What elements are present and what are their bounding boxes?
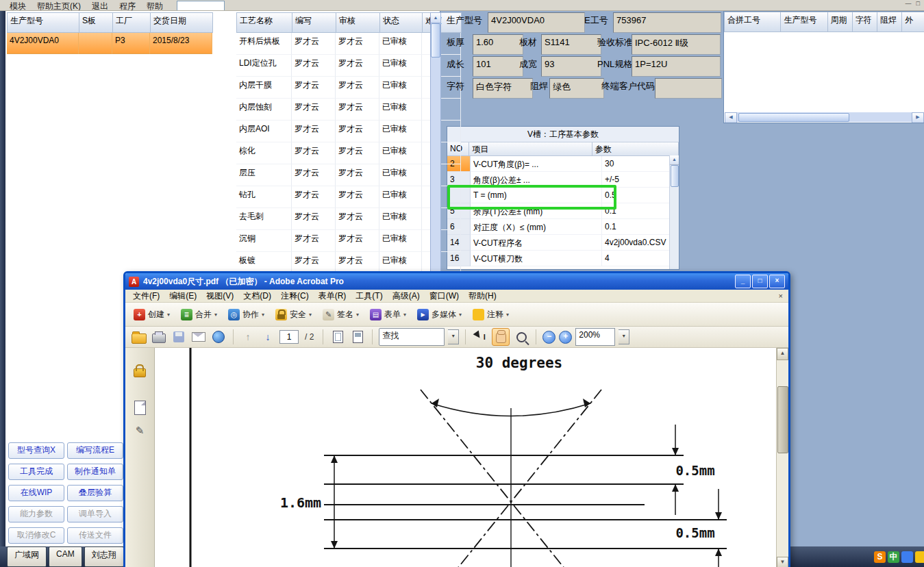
- scrollbar-thumb[interactable]: [777, 386, 788, 453]
- action-button[interactable]: 制作通知单: [67, 464, 123, 480]
- find-dropdown-icon[interactable]: ▾: [448, 329, 459, 344]
- acrobat-menu-item[interactable]: 表单(R): [314, 290, 351, 302]
- pdf-task-comment-button[interactable]: 注释▾: [473, 309, 509, 320]
- ime-icon[interactable]: 中: [888, 551, 899, 563]
- find-input[interactable]: 查找: [379, 328, 445, 346]
- vcut-row[interactable]: 6对正度（X）≤ (mm)0.1: [447, 219, 679, 235]
- orders-row[interactable]: 4V2J00VDA0P32015/8/23: [7, 33, 213, 54]
- pdf-page[interactable]: 30 degrees 1.6mm 0.5mm 0.5mm: [155, 348, 776, 567]
- scroll-down-icon[interactable]: ▼: [777, 557, 788, 567]
- process-row[interactable]: 沉铜罗才云罗才云已审核: [236, 230, 462, 252]
- pdf-task-forms-button[interactable]: ▤表单▾: [370, 309, 406, 320]
- email-button[interactable]: [190, 329, 207, 345]
- close-button[interactable]: ×: [769, 275, 785, 288]
- open-file-button[interactable]: [131, 329, 147, 345]
- scroll-up-icon[interactable]: ▲: [670, 155, 679, 165]
- action-button[interactable]: 叠层验算: [67, 485, 123, 501]
- upload-button[interactable]: [210, 329, 227, 345]
- marquee-zoom-button[interactable]: [513, 329, 529, 345]
- acrobat-titlebar[interactable]: A 4v2j00vda0尺寸.pdf （已加密） - Adobe Acrobat…: [125, 273, 788, 290]
- acrobat-menu-item[interactable]: 视图(V): [201, 290, 238, 302]
- maximize-button[interactable]: □: [752, 275, 768, 288]
- main-menu-item[interactable]: 帮助: [141, 0, 168, 11]
- security-settings-button[interactable]: [131, 362, 149, 379]
- main-menu-item[interactable]: 程序: [114, 0, 141, 11]
- bottom-tab[interactable]: 刘志翔: [84, 546, 124, 567]
- signatures-panel-button[interactable]: ✎: [131, 422, 149, 440]
- process-row[interactable]: 层压罗才云罗才云已审核: [236, 164, 462, 186]
- scrollbar-thumb[interactable]: [431, 23, 440, 58]
- ime-icon[interactable]: [901, 551, 913, 563]
- process-row[interactable]: 棕化罗才云罗才云已审核: [236, 142, 462, 164]
- acrobat-menu-item[interactable]: 高级(A): [388, 290, 425, 302]
- acrobat-window[interactable]: A 4v2j00vda0尺寸.pdf （已加密） - Adobe Acrobat…: [123, 271, 790, 567]
- vcut-row[interactable]: 2V-CUT角度(β)= ...30: [447, 156, 679, 172]
- page-number-input[interactable]: [279, 330, 299, 344]
- bottom-tab[interactable]: 广域网: [7, 546, 47, 567]
- print-button[interactable]: [151, 329, 167, 345]
- action-button[interactable]: 编写流程E: [67, 442, 123, 459]
- acrobat-menu-item[interactable]: 注释(C): [276, 290, 314, 302]
- action-button[interactable]: 在线WIP: [8, 485, 64, 501]
- zoom-in-button[interactable]: +: [559, 331, 572, 344]
- scroll-up-icon[interactable]: ▲: [431, 13, 440, 23]
- e-number-field[interactable]: 753967: [613, 12, 721, 33]
- acrobat-menu-item[interactable]: 编辑(E): [164, 290, 201, 302]
- process-row[interactable]: 内层干膜罗才云罗才云已审核: [236, 77, 462, 99]
- acrobat-menu-item[interactable]: 文件(F): [128, 290, 164, 302]
- zoom-level-input[interactable]: 200%: [575, 328, 615, 346]
- ime-icon[interactable]: S: [874, 551, 886, 563]
- process-row[interactable]: 内层蚀刻罗才云罗才云已审核: [236, 99, 462, 121]
- solder-mask-field[interactable]: 绿色: [549, 78, 604, 99]
- pdf-task-sign-button[interactable]: ✎签名▾: [323, 309, 359, 320]
- acrobat-menu-item[interactable]: 工具(T): [351, 290, 387, 302]
- main-menu-item[interactable]: 模块: [4, 0, 32, 11]
- legend-field[interactable]: 白色字符: [473, 78, 533, 99]
- scrollbar-thumb[interactable]: [671, 165, 679, 187]
- acrobat-menu-item[interactable]: 窗口(W): [425, 290, 464, 302]
- finished-length-field[interactable]: 101: [473, 56, 523, 77]
- save-button[interactable]: [171, 329, 187, 345]
- process-row[interactable]: 开料后烘板罗才云罗才云已审核: [236, 33, 462, 55]
- zoom-out-button[interactable]: −: [542, 331, 555, 344]
- process-row[interactable]: 去毛刺罗才云罗才云已审核: [236, 208, 462, 230]
- pdf-task-secure-button[interactable]: 安全▾: [275, 309, 312, 320]
- process-row[interactable]: 钻孔罗才云罗才云已审核: [236, 186, 462, 208]
- previous-page-button[interactable]: ↑: [240, 329, 256, 345]
- pdf-vscrollbar[interactable]: ▲ ▼: [776, 348, 788, 567]
- select-tool-button[interactable]: I: [472, 329, 488, 345]
- main-menu-item[interactable]: 帮助主页(K): [32, 0, 86, 11]
- pdf-task-create-button[interactable]: +创建▾: [134, 309, 170, 320]
- pages-panel-button[interactable]: [131, 399, 149, 416]
- combine-hscrollbar[interactable]: ◀ ▶: [725, 112, 924, 122]
- maximize-icon[interactable]: □: [916, 0, 920, 7]
- acrobat-menu-item[interactable]: 帮助(H): [464, 290, 501, 302]
- acceptance-standard-field[interactable]: IPC-6012 Ⅱ级: [632, 34, 721, 55]
- fit-page-button[interactable]: [349, 329, 366, 345]
- vcut-row[interactable]: 16V-CUT横刀数4: [447, 251, 679, 266]
- ime-icon[interactable]: [915, 551, 924, 563]
- vcut-scrollbar[interactable]: ▲: [669, 155, 679, 269]
- process-row[interactable]: 内层AOI罗才云罗才云已审核: [236, 121, 462, 142]
- finished-width-field[interactable]: 93: [541, 56, 601, 77]
- bottom-tab[interactable]: CAM: [49, 546, 82, 567]
- end-customer-code-field[interactable]: [655, 78, 722, 99]
- scrollbar-thumb[interactable]: [738, 113, 849, 122]
- hand-tool-button[interactable]: [492, 328, 510, 346]
- process-table-scrollbar[interactable]: ▲: [430, 12, 441, 281]
- board-thickness-field[interactable]: 1.60: [473, 34, 523, 55]
- board-material-field[interactable]: S1141: [541, 34, 601, 55]
- action-button[interactable]: 型号查询X: [8, 442, 64, 459]
- pdf-task-multimedia-button[interactable]: ▶多媒体▾: [417, 309, 462, 320]
- main-menu-item[interactable]: 退出: [86, 0, 114, 11]
- action-button[interactable]: 工具完成: [8, 464, 64, 480]
- scroll-right-icon[interactable]: ▶: [912, 112, 924, 123]
- pdf-task-collaborate-button[interactable]: ◎协作▾: [228, 309, 264, 320]
- minimize-icon[interactable]: —: [906, 0, 912, 7]
- close-icon[interactable]: ×: [779, 292, 783, 300]
- fit-width-button[interactable]: [329, 329, 346, 345]
- scroll-up-icon[interactable]: ▲: [777, 348, 788, 360]
- zoom-dropdown-icon[interactable]: ▾: [619, 329, 629, 344]
- pdf-task-combine-button[interactable]: ≣合并▾: [181, 309, 217, 320]
- production-model-field[interactable]: 4V2J00VDA0: [488, 12, 585, 33]
